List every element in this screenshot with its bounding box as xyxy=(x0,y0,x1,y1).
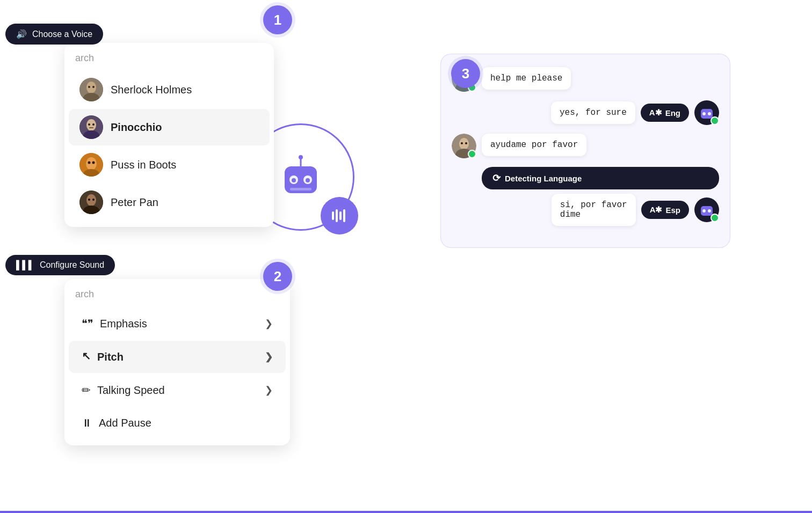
talking-speed-label: Talking Speed xyxy=(97,384,165,397)
svg-point-3 xyxy=(88,86,90,88)
svg-point-26 xyxy=(292,178,296,182)
svg-point-46 xyxy=(461,142,463,144)
configure-sound-header[interactable]: ▌▌▌ Configure Sound xyxy=(5,255,115,275)
emphasis-chevron: ❯ xyxy=(265,318,273,329)
sound-item-add-pause[interactable]: ⏸ Add Pause xyxy=(69,407,286,439)
step-1-circle: 1 xyxy=(263,5,292,34)
choose-voice-label: Choose a Voice xyxy=(32,30,92,39)
bot-dot-1 xyxy=(711,116,719,125)
chat-bubble-3: ayudame por favor xyxy=(482,134,586,156)
voice-search-text: arch xyxy=(75,53,94,63)
robot-svg xyxy=(277,153,325,201)
chat-bubble-1: help me please xyxy=(482,67,571,90)
voice-name-peter: Peter Pan xyxy=(111,196,158,209)
bot-dot-2 xyxy=(711,214,719,222)
svg-point-21 xyxy=(88,199,90,201)
lang-eng: Eng xyxy=(665,108,680,118)
talking-speed-chevron: ❯ xyxy=(265,384,273,396)
step-3-label: 3 xyxy=(462,65,469,82)
voice-item-pinocchio[interactable]: Pinocchio xyxy=(69,109,270,145)
svg-point-12 xyxy=(86,157,97,170)
detecting-text: Detecting Language xyxy=(505,174,582,183)
avatar-peter xyxy=(79,190,103,214)
svg-rect-33 xyxy=(339,211,342,220)
chat-row-5: A✱ Esp si, por favordime xyxy=(452,194,719,226)
svg-point-15 xyxy=(92,162,95,164)
svg-rect-32 xyxy=(336,209,338,222)
add-pause-label: Add Pause xyxy=(99,417,151,429)
svg-point-14 xyxy=(88,162,91,164)
chat-text-2: yes, for sure xyxy=(560,108,627,118)
svg-rect-10 xyxy=(89,127,93,128)
voice-dropdown: arch Sherlock Holmes Pino xyxy=(64,43,274,227)
svg-point-49 xyxy=(702,209,706,212)
pitch-label: Pitch xyxy=(97,351,124,363)
step-1-label: 1 xyxy=(274,12,281,28)
sound-item-emphasis[interactable]: ❝❞ Emphasis ❯ xyxy=(69,307,286,340)
svg-point-44 xyxy=(459,138,469,150)
sound-item-talking-speed[interactable]: ✏ Talking Speed ❯ xyxy=(69,374,286,406)
audio-waves-badge xyxy=(321,197,358,234)
translate-icon-2: A✱ xyxy=(650,205,663,215)
voice-name-puss: Puss in Boots xyxy=(111,159,176,171)
svg-rect-31 xyxy=(332,211,334,220)
svg-point-19 xyxy=(86,194,96,206)
svg-rect-30 xyxy=(290,188,311,190)
bot-avatar-2 xyxy=(694,197,719,222)
svg-point-41 xyxy=(702,112,706,115)
svg-point-29 xyxy=(299,155,303,159)
sound-search[interactable]: arch xyxy=(64,284,290,306)
lang-esp: Esp xyxy=(665,206,680,215)
svg-point-42 xyxy=(708,112,711,115)
svg-point-47 xyxy=(465,142,467,144)
configure-sound-label: Configure Sound xyxy=(40,260,104,270)
svg-point-6 xyxy=(86,119,96,131)
step-2-label: 2 xyxy=(274,268,281,285)
sound-item-pitch[interactable]: ↘ Pitch ❯ xyxy=(69,341,286,373)
chat-panel: help me please A✱ Eng yes, for sure xyxy=(440,54,730,248)
chat-text-5: si, por favordime xyxy=(560,200,627,219)
choose-voice-header[interactable]: 🔊 Choose a Voice xyxy=(5,24,103,45)
sound-dropdown: arch ❝❞ Emphasis ❯ ↘ Pitch ❯ ✏ Talking S… xyxy=(64,279,290,445)
detecting-language-badge: ⟳ Detecting Language xyxy=(482,167,719,189)
svg-point-22 xyxy=(92,199,95,201)
online-dot-2 xyxy=(468,150,476,158)
chat-row-3: ayudame por favor xyxy=(452,134,719,158)
step-3-circle: 3 xyxy=(451,59,480,88)
step-2-circle: 2 xyxy=(263,262,292,291)
svg-point-8 xyxy=(88,123,90,126)
voice-item-sherlock[interactable]: Sherlock Holmes xyxy=(69,71,270,108)
chat-row-1: help me please xyxy=(452,67,719,92)
avatar-pinocchio xyxy=(79,115,103,139)
voice-item-peter[interactable]: Peter Pan xyxy=(69,184,270,221)
lang-badge-eng: A✱ Eng xyxy=(641,104,689,122)
speaker-icon: 🔊 xyxy=(16,29,27,39)
waves-icon: ▌▌▌ xyxy=(16,260,34,270)
svg-point-50 xyxy=(708,209,711,212)
pitch-icon: ↘ xyxy=(82,350,91,363)
emphasis-icon: ❝❞ xyxy=(82,317,93,330)
pitch-chevron: ❯ xyxy=(265,351,273,363)
add-pause-icon: ⏸ xyxy=(82,417,92,429)
avatar-puss xyxy=(79,153,103,177)
chat-row-2: A✱ Eng yes, for sure xyxy=(452,100,719,125)
emphasis-label: Emphasis xyxy=(100,318,147,330)
voice-name-pinocchio: Pinocchio xyxy=(111,121,162,134)
svg-point-4 xyxy=(92,86,95,88)
svg-point-27 xyxy=(306,178,310,182)
svg-point-9 xyxy=(92,123,95,126)
voice-item-puss[interactable]: Puss in Boots xyxy=(69,146,270,183)
voice-name-sherlock: Sherlock Holmes xyxy=(111,84,192,96)
talking-speed-icon: ✏ xyxy=(82,384,91,397)
sound-search-text: arch xyxy=(75,289,94,299)
user-avatar-2 xyxy=(452,134,476,158)
avatar-sherlock xyxy=(79,78,103,101)
voice-search[interactable]: arch xyxy=(64,48,274,70)
chat-bubble-2: yes, for sure xyxy=(551,101,635,124)
lang-badge-esp: A✱ Esp xyxy=(641,201,689,219)
chat-text-3: ayudame por favor xyxy=(490,140,578,150)
svg-point-1 xyxy=(86,82,96,93)
bot-avatar-1 xyxy=(694,100,719,125)
bottom-accent-line xyxy=(0,511,812,513)
svg-rect-34 xyxy=(343,209,345,222)
